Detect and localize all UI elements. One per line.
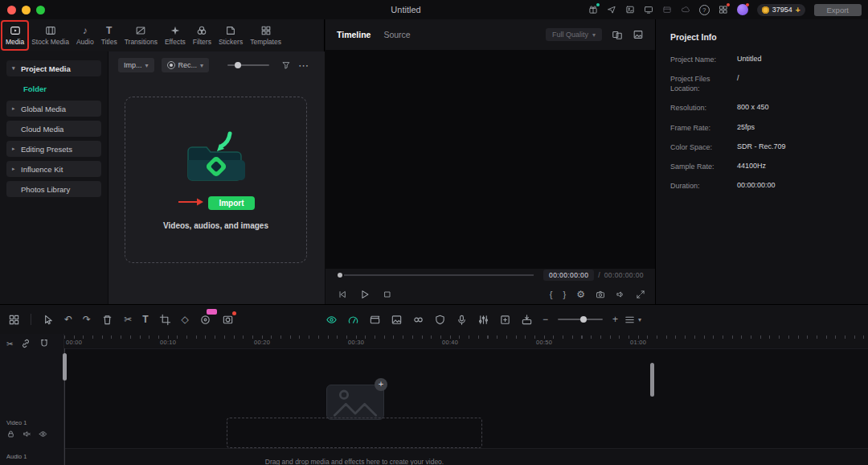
timeline-zoom-slider[interactable] bbox=[558, 319, 603, 320]
preview-tab-source[interactable]: Source bbox=[383, 30, 410, 39]
media-grid-icon[interactable] bbox=[8, 314, 20, 326]
hide-track-eye-icon[interactable] bbox=[39, 430, 47, 438]
add-media-plus-button[interactable]: + bbox=[375, 378, 387, 391]
background-image-icon[interactable] bbox=[633, 29, 644, 40]
record-menu-button[interactable]: Rec... ▾ bbox=[162, 58, 210, 72]
info-value: 25fps bbox=[737, 123, 868, 131]
tab-templates[interactable]: Templates bbox=[247, 22, 285, 49]
preview-panel: Timeline Source Full Quality ▾ 00:00:00:… bbox=[326, 19, 655, 304]
sidebar-item-cloud-media[interactable]: Cloud Media bbox=[6, 121, 101, 137]
mark-out-icon[interactable]: } bbox=[563, 290, 567, 299]
screen-record-icon[interactable] bbox=[222, 314, 234, 326]
import-button[interactable]: Import bbox=[208, 196, 254, 210]
display-icon[interactable] bbox=[644, 5, 653, 14]
track-manager-icon[interactable] bbox=[624, 314, 636, 326]
export-button[interactable]: Export bbox=[814, 4, 862, 16]
project-info-title: Project Info bbox=[656, 19, 868, 55]
speed-ramp-icon[interactable] bbox=[347, 314, 359, 326]
more-options-icon[interactable]: ⋯ bbox=[298, 60, 309, 72]
gallery-icon[interactable] bbox=[625, 5, 635, 14]
tab-effects[interactable]: Effects bbox=[162, 22, 189, 49]
seek-bar[interactable] bbox=[344, 274, 534, 276]
text-tool-icon[interactable]: T bbox=[142, 314, 148, 325]
user-avatar[interactable] bbox=[737, 4, 748, 15]
ruler-label: 00:00 bbox=[66, 339, 82, 346]
share-icon[interactable] bbox=[607, 5, 616, 14]
speaker-icon[interactable] bbox=[616, 290, 625, 299]
timeline-vertical-scrollbar[interactable] bbox=[650, 363, 654, 397]
crop-icon[interactable] bbox=[159, 314, 171, 326]
render-preview-icon[interactable] bbox=[326, 314, 338, 326]
mute-track-icon[interactable] bbox=[23, 430, 31, 438]
sidebar-item-global-media[interactable]: ▸ Global Media bbox=[6, 101, 101, 117]
help-icon[interactable]: ? bbox=[699, 5, 710, 15]
undo-icon[interactable]: ↶ bbox=[64, 314, 72, 325]
reframe-icon[interactable] bbox=[499, 314, 511, 326]
delete-icon[interactable] bbox=[101, 314, 113, 326]
chevron-down-icon: ▾ bbox=[145, 62, 149, 69]
play-button[interactable] bbox=[359, 289, 371, 300]
tab-transitions[interactable]: Transitions bbox=[121, 22, 161, 49]
snap-magnet-icon[interactable] bbox=[39, 338, 50, 349]
seek-handle[interactable] bbox=[338, 273, 342, 278]
filter-funnel-icon[interactable] bbox=[281, 60, 291, 70]
playhead-handle[interactable] bbox=[63, 353, 67, 381]
chevron-down-icon[interactable]: ▾ bbox=[638, 316, 641, 323]
snapshot-camera-icon[interactable] bbox=[596, 290, 605, 299]
split-all-icon[interactable]: ✂ bbox=[6, 339, 13, 348]
sidebar-item-influence-kit[interactable]: ▸ Influence Kit bbox=[6, 161, 101, 177]
timeline-dropzone[interactable] bbox=[227, 418, 482, 448]
timeline-playhead[interactable] bbox=[64, 348, 65, 465]
sidebar-item-folder[interactable]: Folder bbox=[6, 80, 101, 97]
timeline-ruler[interactable]: 00:00 00:10 00:20 00:30 00:40 00:50 01:0… bbox=[64, 334, 868, 348]
lock-track-icon[interactable] bbox=[6, 430, 15, 438]
mark-in-icon[interactable]: { bbox=[550, 290, 553, 299]
timeline-tracks[interactable]: + Drag and drop media and effects here t… bbox=[64, 348, 868, 465]
sidebar-item-project-media[interactable]: ▾ Project Media bbox=[6, 60, 101, 76]
select-cursor-icon[interactable] bbox=[42, 314, 54, 326]
tab-titles[interactable]: T Titles bbox=[98, 22, 121, 49]
voiceover-mic-icon[interactable] bbox=[456, 314, 468, 326]
zoom-out-icon[interactable]: − bbox=[542, 314, 548, 325]
save-icon[interactable] bbox=[662, 5, 672, 14]
render-settings-icon[interactable]: ⚙ bbox=[576, 290, 585, 299]
mask-shield-icon[interactable] bbox=[434, 314, 446, 326]
zoom-in-icon[interactable]: + bbox=[612, 314, 618, 325]
marker-clapper-icon[interactable] bbox=[369, 314, 381, 326]
info-value: Untitled bbox=[737, 55, 868, 63]
stop-button[interactable] bbox=[383, 290, 392, 299]
chevron-right-icon: ▸ bbox=[12, 166, 21, 172]
audio-mixer-icon[interactable] bbox=[477, 314, 489, 326]
import-folder-illustration bbox=[179, 130, 253, 189]
import-menu-button[interactable]: Imp... ▾ bbox=[118, 58, 154, 72]
preview-tab-timeline[interactable]: Timeline bbox=[337, 30, 371, 39]
apps-grid-icon[interactable] bbox=[719, 5, 728, 14]
link-clips-icon[interactable] bbox=[20, 338, 31, 349]
tab-stickers[interactable]: Stickers bbox=[215, 22, 246, 49]
sidebar-item-editing-presets[interactable]: ▸ Editing Presets bbox=[6, 141, 101, 157]
keyframe-icon[interactable]: ◇ bbox=[182, 314, 189, 325]
tab-filters[interactable]: Filters bbox=[190, 22, 215, 49]
gift-icon[interactable] bbox=[588, 5, 598, 14]
preview-viewport[interactable] bbox=[326, 50, 655, 269]
export-clip-icon[interactable] bbox=[521, 314, 533, 326]
tab-stock-media[interactable]: Stock Media bbox=[28, 22, 72, 49]
snapshot-frame-icon[interactable] bbox=[391, 314, 403, 326]
cloud-backup-icon[interactable] bbox=[681, 5, 690, 14]
previous-frame-button[interactable] bbox=[338, 290, 347, 299]
tab-media[interactable]: Media bbox=[2, 22, 27, 49]
quality-dropdown[interactable]: Full Quality ▾ bbox=[546, 28, 602, 41]
tab-audio[interactable]: ♪ Audio bbox=[73, 22, 97, 49]
track-header-column: ✂ Video 1 Audio 1 bbox=[0, 334, 64, 465]
tutorial-arrow-icon bbox=[177, 195, 204, 210]
thumbnail-size-slider[interactable] bbox=[227, 64, 269, 66]
split-screen-icon[interactable] bbox=[612, 29, 623, 40]
redo-icon[interactable]: ↷ bbox=[83, 314, 91, 325]
split-scissors-icon[interactable]: ✂ bbox=[124, 314, 132, 325]
ai-tool-icon[interactable] bbox=[199, 314, 211, 326]
sidebar-item-photos-library[interactable]: Photos Library bbox=[6, 181, 101, 197]
import-dropzone[interactable]: Import Videos, audios, and images bbox=[125, 97, 307, 263]
media-placeholder-thumb[interactable] bbox=[326, 385, 384, 420]
motion-track-icon[interactable] bbox=[412, 314, 424, 326]
fullscreen-icon[interactable] bbox=[636, 290, 645, 299]
